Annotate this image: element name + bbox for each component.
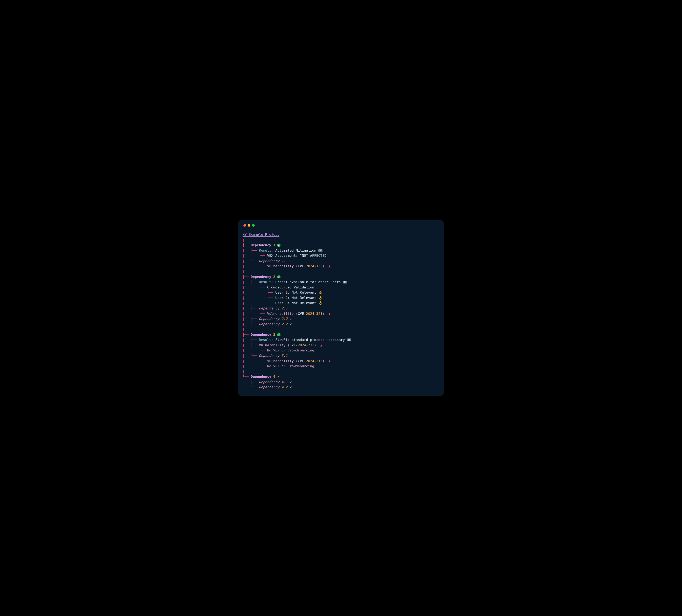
maximize-icon[interactable]: [252, 224, 255, 227]
okhand-icon: 👌: [318, 296, 323, 300]
warning-icon: ▲: [328, 359, 331, 363]
dep-3-1-label: Dependency: [259, 354, 281, 358]
tick-icon: ✔: [290, 385, 292, 389]
dep-3-num: 3: [273, 333, 275, 337]
dep-2-result-label: Result:: [259, 280, 275, 284]
dep-1-vex-value: "NOT AFFECTED": [300, 254, 328, 257]
okhand-icon: 👌: [318, 301, 323, 305]
tick-icon: ✔: [290, 322, 292, 326]
dependency-tree: XY-Example Project | ├── Dependency 1 ✓ …: [243, 232, 439, 390]
minimize-icon[interactable]: [248, 224, 250, 227]
dep-2-result-value: Preset available for other users: [275, 280, 343, 284]
dep-1-1-num: 1.1: [281, 259, 288, 263]
ok-icon: OK: [318, 249, 322, 252]
dep-3-1-vuln: Vulnerability (: [267, 359, 298, 363]
dep-3-label: Dependency: [251, 333, 273, 337]
warning-icon: ▲: [320, 343, 322, 347]
warning-icon: ▲: [328, 312, 331, 316]
dep-2-label: Dependency: [251, 275, 273, 279]
dep-2-3-num: 2.2: [281, 322, 288, 326]
okhand-icon: 👌: [318, 291, 323, 294]
dep-3-result-value: FlawFix standard process necessary: [275, 338, 347, 342]
dep-1-result-value: Automated Mitigation: [275, 249, 318, 252]
check-icon: ✓: [277, 333, 280, 336]
dep-1-1-label: Dependency: [259, 259, 281, 263]
dep-2-crowd-label: Crowdsourced Validation:: [267, 286, 316, 289]
check-icon: ✓: [277, 275, 280, 278]
dep-2-2-label: Dependency: [259, 317, 281, 321]
dep-2-1-vuln: Vulnerability (: [267, 312, 298, 316]
dep-4-num: 4: [273, 375, 275, 379]
dep-4-1-label: Dependency: [259, 380, 281, 384]
dep-3-1-no-vex: No VEX or Crowdsourcing: [267, 364, 314, 368]
user-1-verdict: Not Relevant: [292, 291, 318, 294]
tick-icon: ✔: [277, 375, 279, 379]
terminal-window: XY-Example Project | ├── Dependency 1 ✓ …: [238, 220, 444, 396]
ok-icon: OK: [347, 339, 351, 341]
ok-icon: OK: [343, 281, 347, 283]
user-3-verdict: Not Relevant: [292, 301, 318, 305]
dep-1-vex-label: VEX Assessment:: [267, 254, 300, 257]
dep-1-result-label: Result:: [259, 249, 275, 252]
close-icon[interactable]: [243, 224, 246, 227]
dep-4-label: Dependency: [251, 375, 273, 379]
dep-2-num: 2: [273, 275, 275, 279]
window-controls: [243, 224, 439, 227]
dep-2-3-label: Dependency: [259, 322, 281, 326]
dep-3-1-num: 3.1: [281, 354, 288, 358]
dep-1-label: Dependency: [251, 243, 273, 247]
dep-2-1-num: 2.1: [281, 306, 288, 310]
dep-1-num: 1: [273, 243, 275, 247]
dep-3-result-label: Result:: [259, 338, 275, 342]
dep-1-1-vuln: Vulnerability (: [267, 264, 298, 268]
tick-icon: ✔: [290, 380, 292, 384]
dep-4-2-label: Dependency: [259, 385, 281, 389]
tick-icon: ✔: [290, 317, 292, 321]
dep-3-no-vex: No VEX or Crowdsourcing: [267, 348, 314, 352]
dep-2-2-num: 2.2: [281, 317, 288, 321]
check-icon: ✓: [277, 244, 280, 247]
warning-icon: ▲: [328, 264, 331, 268]
dep-4-2-num: 4.2: [281, 385, 288, 389]
dep-4-1-num: 4.1: [281, 380, 288, 384]
user-2-verdict: Not Relevant: [292, 296, 318, 300]
dep-3-vuln: Vulnerability (: [259, 343, 290, 347]
dep-2-1-label: Dependency: [259, 306, 281, 310]
project-title: XY-Example Project: [243, 233, 279, 236]
